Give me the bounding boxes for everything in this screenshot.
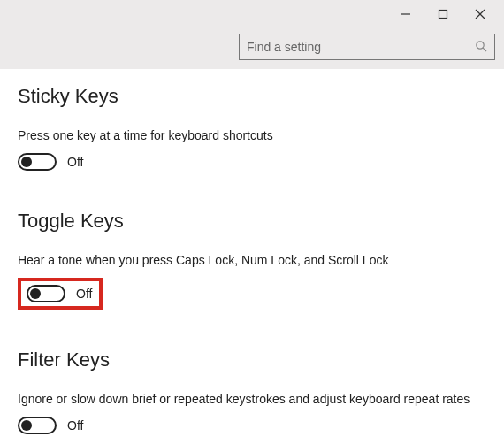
search-row [0, 28, 504, 69]
sticky-keys-title: Sticky Keys [18, 85, 486, 108]
toggle-keys-section: Toggle Keys Hear a tone when you press C… [18, 210, 486, 310]
toggle-keys-highlight: Off [18, 278, 103, 310]
toggle-keys-toggle[interactable] [27, 285, 65, 302]
svg-line-5 [483, 48, 486, 51]
close-button[interactable] [462, 1, 499, 27]
maximize-button[interactable] [424, 1, 462, 27]
sticky-keys-state: Off [67, 155, 83, 169]
sticky-keys-toggle[interactable] [18, 153, 57, 171]
search-icon [475, 40, 487, 55]
filter-keys-toggle[interactable] [18, 417, 57, 434]
window-titlebar [0, 0, 504, 28]
sticky-keys-section: Sticky Keys Press one key at a time for … [18, 85, 486, 171]
search-box[interactable] [239, 34, 495, 60]
minimize-button[interactable] [387, 1, 424, 27]
settings-content: Sticky Keys Press one key at a time for … [0, 69, 504, 434]
search-input[interactable] [247, 40, 475, 54]
svg-point-4 [477, 41, 484, 48]
filter-keys-section: Filter Keys Ignore or slow down brief or… [18, 348, 486, 434]
toggle-keys-state: Off [76, 287, 92, 301]
toggle-keys-desc: Hear a tone when you press Caps Lock, Nu… [18, 252, 477, 269]
filter-keys-state: Off [67, 418, 83, 433]
toggle-keys-title: Toggle Keys [18, 210, 486, 233]
svg-rect-1 [439, 11, 447, 19]
filter-keys-title: Filter Keys [18, 348, 486, 371]
sticky-keys-desc: Press one key at a time for keyboard sho… [18, 127, 477, 144]
filter-keys-desc: Ignore or slow down brief or repeated ke… [18, 391, 477, 408]
